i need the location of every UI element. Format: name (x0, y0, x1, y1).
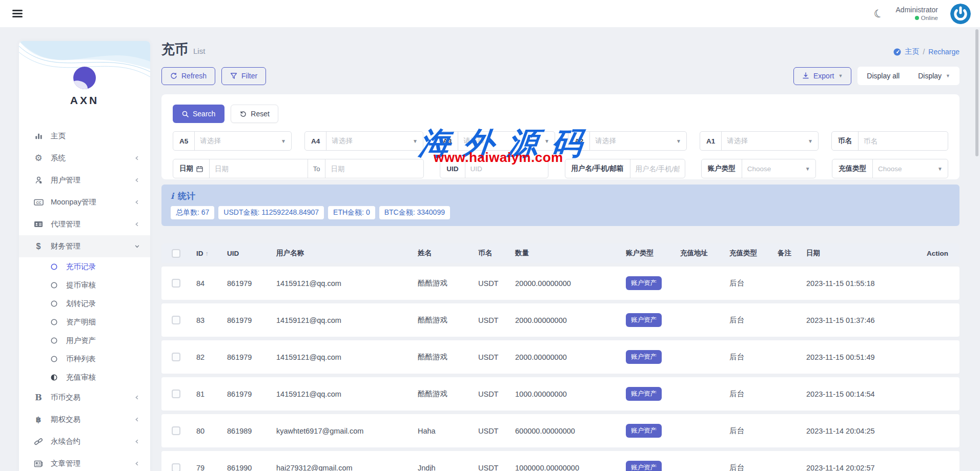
col-id[interactable]: ID↑ (190, 250, 221, 257)
cell-amount: 1000.00000000 (509, 390, 620, 398)
filter-select-a3[interactable]: A3 请选择 ▼ (436, 131, 555, 151)
table-row: 79 861990 hai279312@gmail.com Jndjh USDT… (161, 451, 959, 471)
row-checkbox[interactable] (172, 353, 180, 361)
account-type-badge: 账户资产 (626, 461, 662, 471)
col-uid[interactable]: UID (221, 250, 270, 257)
table-row: 81 861979 14159121@qq.com 酷酷游戏 USDT 1000… (161, 377, 959, 411)
cell-uid: 861990 (221, 464, 270, 471)
topbar: ☾ Administrator Online (0, 0, 980, 27)
sidebar-item-article-management[interactable]: 文章管理 (19, 453, 150, 471)
cell-name: Haha (412, 427, 472, 435)
date-to-input[interactable] (331, 165, 418, 173)
stat-btc-amount: BTC金额: 3340099 (379, 206, 450, 219)
col-amount[interactable]: 数量 (509, 249, 620, 258)
user-name: Administrator (896, 6, 938, 15)
chevron-left-icon (134, 417, 140, 422)
col-remark[interactable]: 备注 (771, 249, 800, 258)
cell-uid: 861979 (221, 353, 270, 361)
sidebar-item-recharge-records[interactable]: 充币记录 (19, 257, 150, 276)
user-search-input[interactable] (636, 165, 680, 173)
col-username[interactable]: 用户名称 (270, 249, 412, 258)
cell-recharge-type: 后台 (723, 278, 771, 288)
display-all-button[interactable]: Display all (858, 72, 909, 80)
sidebar-item-finance[interactable]: $财务管理 (19, 235, 150, 257)
coin-name-input[interactable] (864, 137, 943, 145)
sidebar-item-transfer-records[interactable]: 划转记录 (19, 294, 150, 313)
col-coin[interactable]: 币名 (472, 249, 509, 258)
chevron-down-icon (134, 243, 140, 249)
export-button[interactable]: Export ▼ (793, 67, 851, 85)
sidebar-item-asset-details[interactable]: 资产明细 (19, 313, 150, 331)
sidebar-item-agent-management[interactable]: 代理管理 (19, 213, 150, 235)
sidebar-item-moonpay[interactable]: CCMoonpay管理 (19, 191, 150, 213)
table-row: 83 861979 14159121@qq.com 酷酷游戏 USDT 2000… (161, 303, 959, 337)
filter-select-a1[interactable]: A1 请选择 ▼ (700, 131, 819, 151)
dark-mode-icon[interactable]: ☾ (872, 6, 885, 21)
date-from-input[interactable] (215, 165, 302, 173)
sidebar-item-withdraw-review[interactable]: 提币审核 (19, 276, 150, 294)
filter-select-a2[interactable]: A2 请选择 ▼ (568, 131, 687, 151)
filter-icon (230, 72, 237, 79)
row-checkbox[interactable] (172, 316, 180, 324)
main-content: 充币List 主页 / Recharge Refresh Filter (161, 27, 959, 471)
sidebar-item-spot-trading[interactable]: B币币交易 (19, 386, 150, 408)
page-title: 充币List (161, 40, 205, 58)
records-table: ID↑ UID 用户名称 姓名 币名 数量 账户类型 充值地址 充值类型 备注 … (161, 243, 959, 471)
user-block[interactable]: Administrator Online (896, 6, 938, 22)
reset-button[interactable]: Reset (231, 105, 278, 123)
row-checkbox[interactable] (172, 463, 180, 471)
filter-button[interactable]: Filter (221, 67, 266, 85)
sidebar-item-system[interactable]: ⚙系统 (19, 147, 150, 169)
cell-recharge-type: 后台 (723, 315, 771, 325)
select-caret-icon: ▼ (805, 159, 815, 178)
account-type-select[interactable]: 账户类型 Choose ▼ (701, 159, 816, 178)
gear-icon: ⚙ (33, 154, 44, 162)
scrollbar[interactable] (975, 29, 978, 156)
sidebar-item-home[interactable]: 主页 (19, 125, 150, 147)
sidebar-item-user-management[interactable]: 用户管理 (19, 169, 150, 191)
sidebar-item-perpetual[interactable]: 永续合约 (19, 431, 150, 453)
menu-toggle-icon[interactable] (12, 8, 23, 19)
user-avatar[interactable] (950, 4, 971, 24)
recharge-type-select[interactable]: 充值类型 Choose ▼ (832, 159, 948, 178)
refresh-button[interactable]: Refresh (161, 67, 215, 85)
chevron-left-icon (134, 461, 140, 466)
cc-icon: CC (33, 198, 44, 207)
cell-date: 2023-11-14 20:04:25 (800, 427, 917, 435)
col-date[interactable]: 日期 (800, 249, 917, 258)
col-name[interactable]: 姓名 (412, 249, 472, 258)
col-recharge-address[interactable]: 充值地址 (674, 249, 723, 258)
dashboard-icon (893, 48, 901, 56)
baht-icon: ฿ (33, 416, 44, 423)
bserif-icon: B (33, 394, 44, 402)
chart-icon (33, 132, 44, 140)
logo-text: AXN (19, 94, 150, 107)
col-account-type[interactable]: 账户类型 (620, 249, 674, 258)
dollar-icon: $ (33, 242, 44, 251)
row-checkbox[interactable] (172, 390, 180, 398)
breadcrumb-home[interactable]: 主页 (905, 47, 919, 56)
sidebar-item-option-trading[interactable]: ฿期权交易 (19, 408, 150, 431)
filter-select-a5[interactable]: A5 请选择 ▼ (173, 131, 292, 151)
cell-name: Jndjh (412, 464, 472, 471)
search-button[interactable]: Search (173, 105, 224, 123)
sidebar-item-coin-list[interactable]: 币种列表 (19, 350, 150, 368)
col-recharge-type[interactable]: 充值类型 (723, 249, 771, 258)
uid-input[interactable] (471, 165, 543, 173)
cell-id: 79 (190, 464, 221, 471)
sidebar-item-recharge-review[interactable]: 充值审核 (19, 368, 150, 386)
circlehalf-icon (49, 374, 59, 381)
account-type-badge: 账户资产 (626, 387, 662, 401)
cell-id: 80 (190, 427, 221, 435)
sidebar-item-user-assets[interactable]: 用户资产 (19, 331, 150, 350)
display-button[interactable]: Display▼ (909, 72, 959, 80)
breadcrumb-current[interactable]: Recharge (928, 48, 959, 56)
col-action: Action (917, 250, 959, 257)
row-checkbox[interactable] (172, 426, 180, 435)
select-caret-icon: ▼ (544, 132, 555, 150)
circle-icon (49, 300, 59, 308)
row-checkbox[interactable] (172, 279, 180, 288)
filter-select-a4[interactable]: A4 请选择 ▼ (304, 131, 423, 151)
circle-icon (49, 337, 59, 344)
select-all-checkbox[interactable] (172, 249, 180, 258)
